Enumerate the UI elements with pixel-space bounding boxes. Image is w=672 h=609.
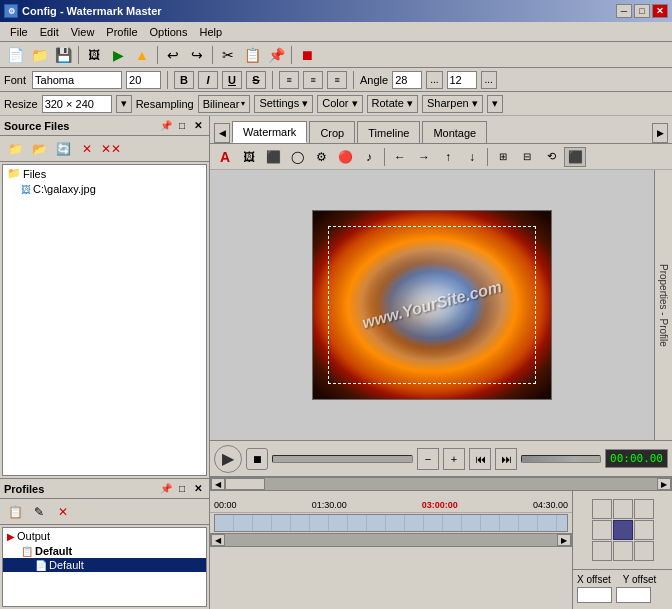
wm-left-btn[interactable]: ← [389,147,411,167]
edit-profile-button[interactable]: ✎ [28,502,50,522]
underline-button[interactable]: U [222,71,242,89]
grid-cell-1[interactable] [613,499,633,519]
save-button[interactable]: 💾 [52,44,74,66]
stop-transport-button[interactable]: ⏹ [246,448,268,470]
wm-remove-btn[interactable]: 🔴 [334,147,356,167]
open-button[interactable]: 📁 [28,44,50,66]
plus-button[interactable]: + [443,448,465,470]
paste-button[interactable]: 📌 [265,44,287,66]
new-button[interactable]: 📄 [4,44,26,66]
grid-cell-5[interactable] [634,520,654,540]
size2-input[interactable] [447,71,477,89]
settings-dropdown[interactable]: Settings ▾ [254,95,313,113]
scroll-track[interactable] [225,478,657,490]
image-button[interactable]: 🖼 [83,44,105,66]
profile-item[interactable]: 📋 Default [3,544,206,558]
add-folder-button[interactable]: 📂 [28,139,50,159]
tab-watermark[interactable]: Watermark [232,121,307,143]
next-frame-button[interactable]: ⏭ [495,448,517,470]
add-profile-button[interactable]: 📋 [4,502,26,522]
rotate-dropdown[interactable]: Rotate ▾ [367,95,418,113]
color-dropdown[interactable]: Color ▾ [317,95,362,113]
italic-button[interactable]: I [198,71,218,89]
resize-value[interactable] [42,95,112,113]
align-center-button[interactable]: ≡ [303,71,323,89]
copy-button[interactable]: 📋 [241,44,263,66]
scroll-right-arrow[interactable]: ▶ [657,478,671,490]
close-button[interactable]: ✕ [652,4,668,18]
source-files-pin[interactable]: 📌 [159,119,173,133]
play-button[interactable]: ▶ [107,44,129,66]
remove-button[interactable]: ✕ [76,139,98,159]
y-offset-input[interactable] [616,587,651,603]
progress-track[interactable] [272,455,413,463]
maximize-button[interactable]: □ [634,4,650,18]
wm-rotate-btn[interactable]: ⟲ [540,147,562,167]
redo-button[interactable]: ↪ [186,44,208,66]
grid-cell-8[interactable] [634,541,654,561]
resampling-dropdown[interactable]: Bilinear ▾ [198,95,251,113]
font-size-input[interactable] [126,71,161,89]
strikethrough-button[interactable]: S [246,71,266,89]
wm-shape-btn[interactable]: ◯ [286,147,308,167]
minus-button[interactable]: − [417,448,439,470]
remove-all-button[interactable]: ✕✕ [100,139,122,159]
tab-nav-left[interactable]: ◀ [214,123,230,143]
tab-crop[interactable]: Crop [309,121,355,143]
wm-audio-btn[interactable]: ♪ [358,147,380,167]
refresh-button[interactable]: 🔄 [52,139,74,159]
extra-dropdown[interactable]: ▾ [487,95,503,113]
grid-cell-6[interactable] [592,541,612,561]
profile-root[interactable]: ▶ Output [3,528,206,544]
grid-cell-2[interactable] [634,499,654,519]
size2-dots-button[interactable]: ... [481,71,497,89]
angle-dots-button[interactable]: ... [426,71,442,89]
menu-view[interactable]: View [65,24,101,40]
wm-right-btn[interactable]: → [413,147,435,167]
tab-montage[interactable]: Montage [422,121,487,143]
resize-dropdown[interactable]: ▾ [116,95,132,113]
remove-profile-button[interactable]: ✕ [52,502,74,522]
grid-cell-4[interactable] [613,520,633,540]
font-selector[interactable] [32,71,122,89]
minimize-button[interactable]: ─ [616,4,632,18]
wm-settings-btn[interactable]: ⚙ [310,147,332,167]
wm-text-btn[interactable]: A [214,147,236,167]
undo-button[interactable]: ↩ [162,44,184,66]
wm-rect-btn[interactable]: ⬛ [262,147,284,167]
grid-cell-3[interactable] [592,520,612,540]
tab-nav-right[interactable]: ▶ [652,123,668,143]
file-item-galaxy[interactable]: 🖼 C:\galaxy.jpg [3,182,206,196]
cut-button[interactable]: ✂ [217,44,239,66]
scroll-bottom-right[interactable]: ▶ [557,534,571,546]
align-right-button[interactable]: ≡ [327,71,347,89]
wm-view-btn[interactable]: ⬛ [564,147,586,167]
wm-image-btn[interactable]: 🖼 [238,147,260,167]
bold-button[interactable]: B [174,71,194,89]
volume-slider[interactable] [521,455,601,463]
wm-down-btn[interactable]: ↓ [461,147,483,167]
scroll-left-arrow[interactable]: ◀ [211,478,225,490]
menu-options[interactable]: Options [144,24,194,40]
properties-sidebar[interactable]: Properties - Profile [654,170,672,440]
profiles-float[interactable]: □ [175,482,189,496]
scroll-bottom-track[interactable] [225,534,557,546]
grid-cell-0[interactable] [592,499,612,519]
profiles-close[interactable]: ✕ [191,482,205,496]
timeline-bottom-scrollbar[interactable]: ◀ ▶ [210,533,572,547]
prev-frame-button[interactable]: ⏮ [469,448,491,470]
stop-button[interactable]: ⏹ [296,44,318,66]
menu-file[interactable]: File [4,24,34,40]
source-files-close[interactable]: ✕ [191,119,205,133]
add-file-button[interactable]: 📁 [4,139,26,159]
process-button[interactable]: ▲ [131,44,153,66]
profile-sub-item[interactable]: 📄 Default [3,558,206,572]
wm-up-btn[interactable]: ↑ [437,147,459,167]
sharpen-dropdown[interactable]: Sharpen ▾ [422,95,483,113]
source-files-float[interactable]: □ [175,119,189,133]
menu-help[interactable]: Help [193,24,228,40]
grid-cell-7[interactable] [613,541,633,561]
timeline-track[interactable] [214,514,568,532]
align-left-button[interactable]: ≡ [279,71,299,89]
menu-profile[interactable]: Profile [100,24,143,40]
